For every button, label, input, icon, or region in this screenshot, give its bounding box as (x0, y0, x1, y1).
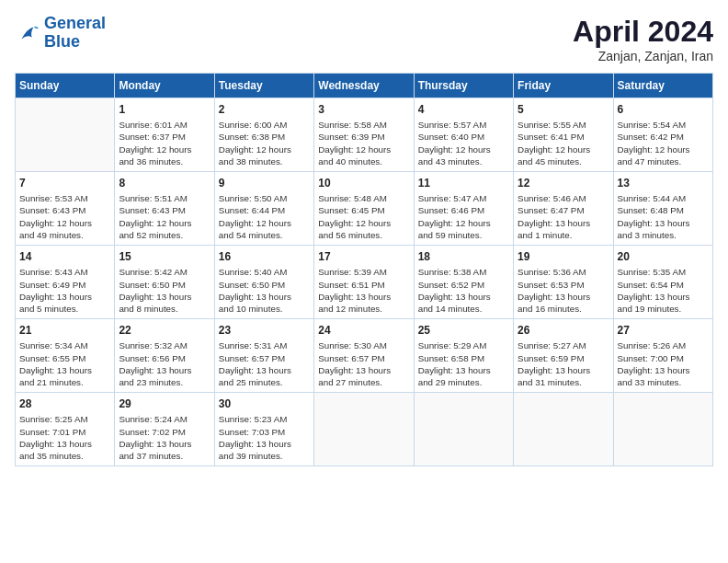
logo-bird-icon (15, 20, 40, 46)
day-info: Sunrise: 5:27 AM Sunset: 6:59 PM Dayligh… (518, 339, 609, 388)
calendar-title: April 2024 (573, 15, 713, 49)
day-info: Sunrise: 5:34 AM Sunset: 6:55 PM Dayligh… (19, 339, 110, 388)
day-info: Sunrise: 5:25 AM Sunset: 7:01 PM Dayligh… (19, 413, 110, 462)
calendar-cell: 3Sunrise: 5:58 AM Sunset: 6:39 PM Daylig… (314, 98, 414, 172)
day-info: Sunrise: 5:26 AM Sunset: 7:00 PM Dayligh… (618, 339, 709, 388)
day-info: Sunrise: 5:32 AM Sunset: 6:56 PM Dayligh… (119, 339, 210, 388)
calendar-cell: 2Sunrise: 6:00 AM Sunset: 6:38 PM Daylig… (214, 98, 313, 172)
calendar-cell: 21Sunrise: 5:34 AM Sunset: 6:55 PM Dayli… (16, 319, 115, 393)
day-info: Sunrise: 5:48 AM Sunset: 6:45 PM Dayligh… (318, 192, 409, 241)
logo-text-line2: Blue (44, 33, 106, 52)
logo: General Blue (15, 15, 106, 52)
day-number: 2 (219, 102, 310, 117)
calendar-cell: 9Sunrise: 5:50 AM Sunset: 6:44 PM Daylig… (214, 172, 313, 246)
day-number: 19 (518, 249, 609, 264)
day-info: Sunrise: 5:31 AM Sunset: 6:57 PM Dayligh… (219, 339, 310, 388)
day-info: Sunrise: 5:24 AM Sunset: 7:02 PM Dayligh… (119, 413, 210, 462)
day-number: 8 (119, 176, 210, 190)
calendar-cell: 4Sunrise: 5:57 AM Sunset: 6:40 PM Daylig… (414, 98, 513, 172)
day-info: Sunrise: 5:55 AM Sunset: 6:41 PM Dayligh… (518, 119, 609, 167)
title-block: April 2024 Zanjan, Zanjan, Iran (573, 15, 713, 63)
calendar-cell: 22Sunrise: 5:32 AM Sunset: 6:56 PM Dayli… (115, 319, 214, 393)
day-number: 6 (618, 102, 709, 117)
calendar-cell: 26Sunrise: 5:27 AM Sunset: 6:59 PM Dayli… (514, 319, 613, 393)
day-info: Sunrise: 5:43 AM Sunset: 6:49 PM Dayligh… (19, 266, 110, 315)
day-info: Sunrise: 6:00 AM Sunset: 6:38 PM Dayligh… (219, 119, 310, 167)
calendar-cell: 19Sunrise: 5:36 AM Sunset: 6:53 PM Dayli… (514, 246, 613, 319)
day-number: 17 (318, 249, 409, 264)
day-number: 11 (418, 176, 509, 190)
day-number: 13 (618, 176, 709, 190)
calendar-cell: 14Sunrise: 5:43 AM Sunset: 6:49 PM Dayli… (16, 246, 115, 319)
calendar-cell: 18Sunrise: 5:38 AM Sunset: 6:52 PM Dayli… (414, 246, 513, 319)
day-number: 26 (518, 323, 609, 338)
column-header-thursday: Thursday (414, 74, 513, 98)
page-header: General Blue April 2024 Zanjan, Zanjan, … (15, 15, 713, 63)
day-info: Sunrise: 5:42 AM Sunset: 6:50 PM Dayligh… (119, 266, 210, 315)
day-info: Sunrise: 5:54 AM Sunset: 6:42 PM Dayligh… (618, 119, 709, 167)
day-number: 27 (618, 323, 709, 338)
calendar-cell: 5Sunrise: 5:55 AM Sunset: 6:41 PM Daylig… (514, 98, 613, 172)
day-number: 25 (418, 323, 509, 338)
day-number: 10 (318, 176, 409, 190)
calendar-cell: 11Sunrise: 5:47 AM Sunset: 6:46 PM Dayli… (414, 172, 513, 246)
day-number: 15 (119, 249, 210, 264)
day-info: Sunrise: 5:35 AM Sunset: 6:54 PM Dayligh… (618, 266, 709, 315)
day-info: Sunrise: 5:29 AM Sunset: 6:58 PM Dayligh… (418, 339, 509, 388)
calendar-cell: 28Sunrise: 5:25 AM Sunset: 7:01 PM Dayli… (16, 393, 115, 466)
day-number: 24 (318, 323, 409, 338)
calendar-cell: 23Sunrise: 5:31 AM Sunset: 6:57 PM Dayli… (214, 319, 313, 393)
day-info: Sunrise: 5:40 AM Sunset: 6:50 PM Dayligh… (219, 266, 310, 315)
calendar-cell: 17Sunrise: 5:39 AM Sunset: 6:51 PM Dayli… (314, 246, 414, 319)
calendar-cell: 10Sunrise: 5:48 AM Sunset: 6:45 PM Dayli… (314, 172, 414, 246)
day-number: 9 (219, 176, 310, 190)
calendar-cell: 16Sunrise: 5:40 AM Sunset: 6:50 PM Dayli… (214, 246, 313, 319)
day-info: Sunrise: 5:30 AM Sunset: 6:57 PM Dayligh… (318, 339, 409, 388)
calendar-table: SundayMondayTuesdayWednesdayThursdayFrid… (15, 73, 713, 466)
day-info: Sunrise: 5:58 AM Sunset: 6:39 PM Dayligh… (318, 119, 409, 167)
column-header-saturday: Saturday (613, 74, 712, 98)
calendar-cell (414, 393, 513, 466)
day-number: 1 (119, 102, 210, 117)
day-info: Sunrise: 5:23 AM Sunset: 7:03 PM Dayligh… (219, 413, 310, 462)
calendar-cell: 27Sunrise: 5:26 AM Sunset: 7:00 PM Dayli… (613, 319, 712, 393)
day-info: Sunrise: 5:39 AM Sunset: 6:51 PM Dayligh… (318, 266, 409, 315)
calendar-subtitle: Zanjan, Zanjan, Iran (573, 49, 713, 63)
day-number: 4 (418, 102, 509, 117)
column-header-wednesday: Wednesday (314, 74, 414, 98)
day-info: Sunrise: 5:53 AM Sunset: 6:43 PM Dayligh… (19, 192, 110, 241)
calendar-cell: 13Sunrise: 5:44 AM Sunset: 6:48 PM Dayli… (613, 172, 712, 246)
calendar-cell: 24Sunrise: 5:30 AM Sunset: 6:57 PM Dayli… (314, 319, 414, 393)
calendar-cell (314, 393, 414, 466)
column-header-friday: Friday (514, 74, 613, 98)
day-number: 16 (219, 249, 310, 264)
day-info: Sunrise: 5:57 AM Sunset: 6:40 PM Dayligh… (418, 119, 509, 167)
day-number: 28 (19, 396, 110, 411)
calendar-cell: 7Sunrise: 5:53 AM Sunset: 6:43 PM Daylig… (16, 172, 115, 246)
calendar-cell: 30Sunrise: 5:23 AM Sunset: 7:03 PM Dayli… (214, 393, 313, 466)
day-number: 7 (19, 176, 110, 190)
day-info: Sunrise: 5:44 AM Sunset: 6:48 PM Dayligh… (618, 192, 709, 241)
calendar-cell: 29Sunrise: 5:24 AM Sunset: 7:02 PM Dayli… (115, 393, 214, 466)
calendar-cell (514, 393, 613, 466)
day-info: Sunrise: 6:01 AM Sunset: 6:37 PM Dayligh… (119, 119, 210, 167)
day-number: 3 (318, 102, 409, 117)
day-number: 23 (219, 323, 310, 338)
day-number: 20 (618, 249, 709, 264)
day-number: 18 (418, 249, 509, 264)
day-info: Sunrise: 5:51 AM Sunset: 6:43 PM Dayligh… (119, 192, 210, 241)
day-number: 14 (19, 249, 110, 264)
calendar-cell: 6Sunrise: 5:54 AM Sunset: 6:42 PM Daylig… (613, 98, 712, 172)
day-info: Sunrise: 5:38 AM Sunset: 6:52 PM Dayligh… (418, 266, 509, 315)
day-info: Sunrise: 5:36 AM Sunset: 6:53 PM Dayligh… (518, 266, 609, 315)
day-number: 21 (19, 323, 110, 338)
day-info: Sunrise: 5:50 AM Sunset: 6:44 PM Dayligh… (219, 192, 310, 241)
column-header-sunday: Sunday (16, 74, 115, 98)
day-info: Sunrise: 5:46 AM Sunset: 6:47 PM Dayligh… (518, 192, 609, 241)
day-number: 22 (119, 323, 210, 338)
calendar-cell: 8Sunrise: 5:51 AM Sunset: 6:43 PM Daylig… (115, 172, 214, 246)
calendar-cell: 12Sunrise: 5:46 AM Sunset: 6:47 PM Dayli… (514, 172, 613, 246)
calendar-cell: 20Sunrise: 5:35 AM Sunset: 6:54 PM Dayli… (613, 246, 712, 319)
calendar-cell: 15Sunrise: 5:42 AM Sunset: 6:50 PM Dayli… (115, 246, 214, 319)
calendar-cell (613, 393, 712, 466)
